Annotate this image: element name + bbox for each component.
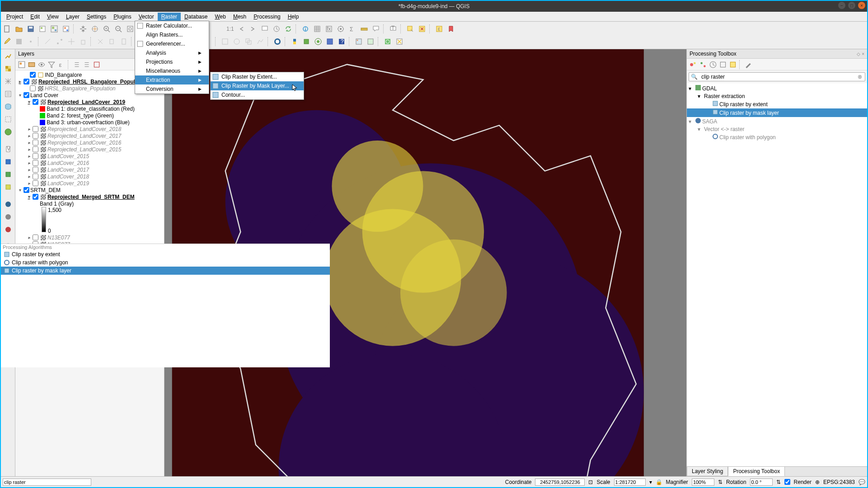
layers-tree[interactable]: IND_Bangalore ▸Reprojected_HRSL_Bangalor… (15, 70, 164, 260)
new-map-view-icon[interactable] (259, 23, 270, 34)
menu-item-align-rasters-[interactable]: Align Rasters... (135, 30, 209, 39)
osm-icon[interactable] (272, 36, 283, 47)
zoom-next-icon[interactable] (248, 23, 258, 34)
menu-settings[interactable]: Settings (83, 13, 110, 21)
identify-icon[interactable] (300, 23, 311, 34)
save-project-icon[interactable] (25, 23, 36, 34)
raster-layer-icon[interactable] (2, 63, 14, 75)
tab-layer-styling[interactable]: Layer Styling (687, 466, 728, 476)
provider-name[interactable]: SAGA (702, 118, 717, 125)
edit-toggle-icon[interactable] (2, 36, 13, 47)
select-by-form-icon[interactable]: ε (434, 23, 445, 34)
expand-icon[interactable]: ▸ (26, 154, 32, 159)
expand-icon[interactable]: ▸ (26, 174, 32, 179)
results-icon[interactable] (718, 60, 727, 69)
wms-layer-icon[interactable] (2, 126, 14, 138)
layer-checkbox[interactable] (33, 126, 38, 132)
zoom-native-icon[interactable]: 1:1 (224, 23, 235, 34)
menu-plugins[interactable]: Plugins (110, 13, 135, 21)
submenu-item-clip-raster-by-extent-[interactable]: Clip Raster by Extent... (211, 72, 304, 81)
digitize-icon[interactable] (42, 36, 53, 47)
clip-icon[interactable] (243, 36, 254, 47)
history-icon[interactable] (699, 60, 708, 69)
oracle-icon[interactable] (2, 224, 14, 235)
mesh-layer-icon[interactable] (2, 75, 14, 87)
menu-view[interactable]: View (43, 13, 62, 21)
expression-filter-icon[interactable]: ε (57, 60, 66, 69)
crs-label[interactable]: EPSG:24383 (823, 479, 855, 485)
provider-name[interactable]: GDAL (702, 85, 717, 92)
layer-checkbox[interactable] (30, 85, 36, 91)
group-name[interactable]: Raster extraction (704, 93, 745, 99)
layer-checkbox[interactable] (33, 174, 38, 179)
minimize-button[interactable]: − (838, 2, 845, 9)
menu-item-georeferencer-[interactable]: Georeferencer... (135, 39, 209, 48)
new-memory-icon[interactable] (2, 181, 14, 193)
expand-icon[interactable]: ▸ (26, 140, 32, 145)
layer-checkbox[interactable] (33, 167, 38, 173)
expand-icon[interactable]: ▾ (17, 188, 23, 192)
layer-name[interactable]: Reprojected_LandCover_2015 (47, 146, 121, 153)
menu-item-miscellaneous[interactable]: Miscellaneous▶ (135, 66, 209, 75)
processing-tree[interactable]: ▾GDAL ▾Raster extraction Clip raster by … (687, 83, 867, 466)
expand-icon[interactable]: ▸ (17, 79, 23, 84)
expand-icon[interactable]: ▸ (26, 167, 32, 172)
extents-icon[interactable]: ⊡ (588, 479, 593, 485)
expand-icon[interactable]: ▸ (26, 127, 32, 131)
group-checkbox[interactable] (23, 187, 29, 193)
field-calculator-icon[interactable]: fx (324, 23, 334, 34)
layer-name[interactable]: Reprojected_LandCover_2017 (47, 133, 121, 139)
bookmark-icon[interactable] (446, 23, 456, 34)
group-checkbox[interactable] (23, 92, 29, 98)
zoom-out-icon[interactable] (113, 23, 124, 34)
layer-checkbox[interactable] (33, 133, 38, 139)
add-feature-icon[interactable] (25, 36, 36, 47)
layer-checkbox[interactable] (33, 194, 38, 200)
coordinate-input[interactable] (535, 479, 585, 486)
layer-checkbox[interactable] (33, 140, 38, 145)
menu-item-conversion[interactable]: Conversion▶ (135, 84, 209, 94)
group-name[interactable]: SRTM_DEM (30, 187, 61, 193)
collapse-all-icon[interactable] (82, 60, 91, 69)
layer-checkbox[interactable] (30, 72, 36, 78)
messages-icon[interactable]: 💬 (859, 479, 865, 485)
menu-help[interactable]: Help (284, 13, 303, 21)
clear-search-icon[interactable]: ⊗ (855, 74, 865, 80)
deselect-icon[interactable] (417, 23, 427, 34)
locator-input[interactable] (3, 479, 91, 486)
cut-icon[interactable] (95, 36, 106, 47)
layer-name[interactable]: LandCover_2018 (47, 174, 89, 180)
toolbox-icon[interactable] (335, 23, 346, 34)
mssql-icon[interactable] (2, 211, 14, 223)
layer-name[interactable]: Reprojected_LandCover_2019 (47, 99, 125, 105)
algorithm-selected[interactable]: Clip raster by mask layer (687, 108, 867, 117)
menu-web[interactable]: Web (211, 13, 229, 21)
locator-item-selected[interactable]: Clip raster by mask layer (1, 267, 330, 275)
qms-icon[interactable] (382, 36, 393, 47)
layer-checkbox[interactable] (23, 79, 29, 84)
menu-vector[interactable]: Vector (135, 13, 158, 21)
layer-name[interactable]: Reprojected_HRSL_Bangalore_Popula (38, 79, 138, 85)
menu-project[interactable]: Project (3, 13, 27, 21)
layer-name[interactable]: LandCover_2019 (47, 180, 89, 187)
python-icon[interactable] (289, 36, 300, 47)
new-print-layout-icon[interactable] (37, 23, 48, 34)
layer-name[interactable]: Reprojected_Merged_SRTM_DEM (47, 194, 135, 200)
delete-selected-icon[interactable] (78, 36, 89, 47)
style-dock-icon[interactable] (17, 60, 26, 69)
expand-icon[interactable]: ▾ (26, 194, 32, 199)
processing-search-input[interactable] (699, 73, 855, 81)
menu-item-raster-calculator-[interactable]: Raster Calculator... (135, 21, 209, 30)
maptips-icon[interactable] (371, 23, 381, 34)
new-project-icon[interactable] (2, 23, 13, 34)
processing-search[interactable]: 🔍 ⊗ (689, 72, 865, 81)
new-shapefile-icon[interactable]: V (2, 143, 14, 155)
new-geopackage-icon[interactable] (2, 156, 14, 168)
menu-database[interactable]: Database (181, 13, 211, 21)
help-icon[interactable]: ? (336, 36, 347, 47)
save-edits-icon[interactable] (14, 36, 24, 47)
zoom-last-icon[interactable] (236, 23, 247, 34)
spatialite-icon[interactable] (2, 101, 14, 113)
menu-edit[interactable]: Edit (27, 13, 43, 21)
locator-item[interactable]: Clip raster with polygon (1, 258, 330, 267)
